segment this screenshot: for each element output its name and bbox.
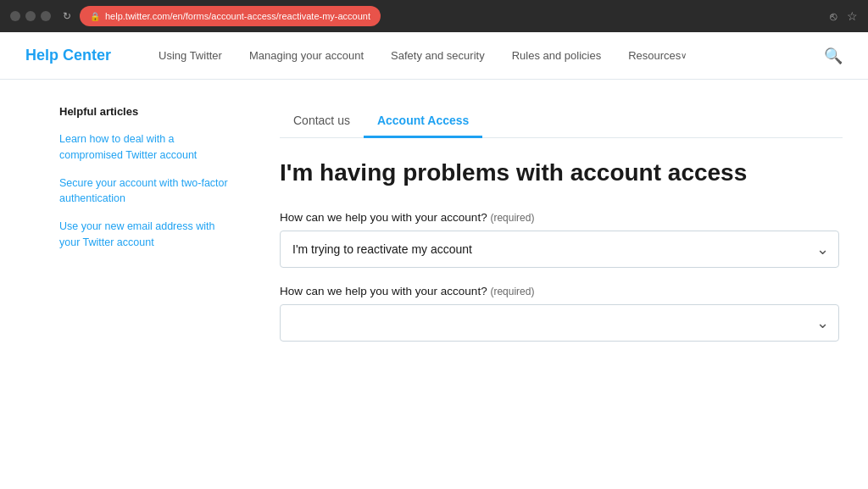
nav-link-managing-account[interactable]: Managing your account: [236, 32, 377, 80]
address-bar[interactable]: 🔒 help.twitter.com/en/forms/account-acce…: [80, 6, 381, 26]
page-wrapper: Help Center Using Twitter Managing your …: [0, 32, 868, 489]
url-text: help.twitter.com/en/forms/account-access…: [105, 11, 370, 21]
browser-actions: ⎋ ☆: [830, 9, 858, 23]
bookmark-icon[interactable]: ☆: [847, 9, 858, 23]
form-group-2: How can we help you with your account? (…: [280, 285, 843, 342]
share-icon[interactable]: ⎋: [830, 9, 837, 23]
nav-link-using-twitter[interactable]: Using Twitter: [145, 32, 236, 80]
reload-icon[interactable]: ↻: [63, 10, 71, 22]
tab-contact-us[interactable]: Contact us: [280, 105, 364, 138]
browser-minimize-btn[interactable]: [25, 11, 36, 21]
logo-text: Help Center: [25, 47, 111, 64]
form-label-2: How can we help you with your account? (…: [280, 285, 843, 297]
tab-account-access[interactable]: Account Access: [364, 105, 482, 138]
dropdown-1-wrapper: I'm trying to reactivate my account ⌄: [280, 231, 839, 268]
sidebar: Helpful articles Learn how to deal with …: [59, 105, 229, 358]
search-icon[interactable]: 🔍: [824, 47, 843, 65]
form-group-1: How can we help you with your account? (…: [280, 211, 843, 268]
nav-link-safety-security[interactable]: Safety and security: [377, 32, 498, 80]
lock-icon: 🔒: [90, 12, 100, 21]
dropdown-2[interactable]: [280, 304, 839, 342]
sidebar-link-email[interactable]: Use your new email address with your Twi…: [59, 219, 229, 251]
browser-close-btn[interactable]: [10, 11, 20, 21]
nav-links: Using Twitter Managing your account Safe…: [145, 32, 824, 80]
nav-bar: Help Center Using Twitter Managing your …: [0, 32, 868, 80]
browser-window-controls: [10, 11, 51, 21]
content-area: Helpful articles Learn how to deal with …: [0, 80, 868, 384]
page-title: I'm having problems with account access: [280, 158, 843, 187]
dropdown-2-wrapper: ⌄: [280, 304, 839, 342]
required-indicator-1: (required): [490, 212, 534, 224]
nav-link-resources[interactable]: Resources: [615, 32, 700, 80]
form-label-1: How can we help you with your account? (…: [280, 211, 843, 224]
nav-link-rules-policies[interactable]: Rules and policies: [498, 32, 615, 80]
dropdown-1[interactable]: I'm trying to reactivate my account: [280, 231, 839, 268]
main-content: Contact us Account Access I'm having pro…: [280, 105, 843, 358]
tab-bar: Contact us Account Access: [280, 105, 843, 138]
site-logo[interactable]: Help Center: [25, 47, 111, 64]
browser-maximize-btn[interactable]: [41, 11, 51, 21]
sidebar-link-compromised[interactable]: Learn how to deal with a compromised Twi…: [59, 131, 229, 164]
sidebar-link-two-factor[interactable]: Secure your account with two-factor auth…: [59, 175, 229, 208]
sidebar-title: Helpful articles: [59, 105, 229, 118]
required-indicator-2: (required): [490, 286, 534, 297]
browser-chrome: ↻ 🔒 help.twitter.com/en/forms/account-ac…: [0, 0, 868, 32]
